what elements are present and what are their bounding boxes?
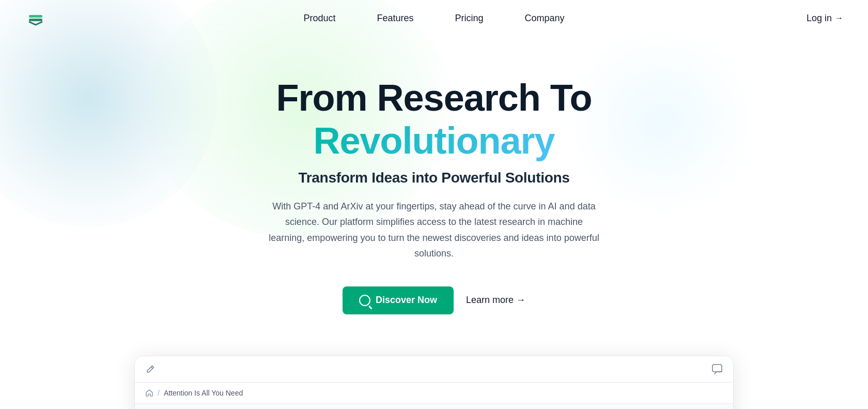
preview-window: / Attention Is All You Need	[134, 356, 734, 409]
toolbar-left	[145, 364, 156, 374]
toolbar-right	[711, 363, 723, 375]
login-button[interactable]: Log in →	[807, 13, 843, 24]
hero-section: From Research To Revolutionary Transform…	[0, 36, 868, 345]
navbar: Product Features Pricing Company Log in …	[0, 0, 868, 36]
chat-icon	[711, 363, 723, 375]
nav-links: Product Features Pricing Company	[303, 13, 564, 24]
search-icon	[359, 295, 370, 306]
hero-subtitle: Transform Ideas into Powerful Solutions	[298, 170, 569, 186]
svg-rect-2	[712, 365, 722, 372]
svg-rect-1	[29, 15, 42, 18]
logo-icon	[25, 7, 47, 29]
preview-container: / Attention Is All You Need	[0, 356, 868, 409]
hero-title-line2: Revolutionary	[313, 118, 554, 163]
nav-features[interactable]: Features	[377, 13, 413, 24]
nav-product[interactable]: Product	[303, 13, 335, 24]
discover-now-button[interactable]: Discover Now	[343, 286, 454, 314]
preview-toolbar	[135, 356, 733, 383]
pencil-icon	[145, 364, 156, 374]
logo[interactable]	[25, 7, 47, 29]
preview-content	[135, 404, 733, 409]
home-icon	[145, 389, 153, 397]
hero-description: With GPT-4 and ArXiv at your fingertips,…	[269, 199, 599, 262]
learn-more-button[interactable]: Learn more →	[466, 295, 525, 306]
nav-company[interactable]: Company	[525, 13, 565, 24]
hero-title-line1: From Research To	[276, 78, 592, 118]
svg-rect-0	[29, 19, 42, 21]
nav-pricing[interactable]: Pricing	[455, 13, 484, 24]
breadcrumb-separator: /	[158, 389, 160, 397]
preview-breadcrumb: / Attention Is All You Need	[135, 383, 733, 404]
breadcrumb-page: Attention Is All You Need	[164, 389, 243, 397]
login-arrow: →	[835, 13, 843, 23]
hero-buttons: Discover Now Learn more →	[343, 286, 525, 314]
